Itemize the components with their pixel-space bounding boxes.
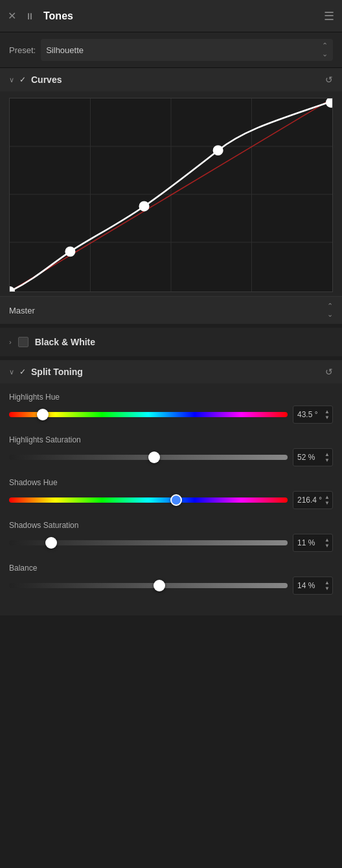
highlights-sat-thumb[interactable] <box>148 451 160 463</box>
close-icon[interactable]: ✕ <box>8 10 16 22</box>
split-toning-expand-icon[interactable]: ∨ <box>9 368 14 376</box>
highlights-hue-track <box>9 412 288 417</box>
master-chevron: ⌃⌄ <box>327 302 333 319</box>
curve-point-4[interactable] <box>326 98 332 107</box>
highlights-hue-label: Highlights Hue <box>9 393 333 402</box>
preset-row: Preset: Silhouette ⌃⌄ <box>0 32 342 68</box>
split-toning-check-icon[interactable]: ✓ <box>19 367 26 376</box>
shadows-sat-thumb[interactable] <box>45 537 57 549</box>
balance-row: 14 % ▲▼ <box>9 577 333 595</box>
shadows-hue-track <box>9 497 288 503</box>
highlights-hue-stepper[interactable]: ▲▼ <box>325 409 330 420</box>
bw-title: Black & White <box>35 337 333 347</box>
shadows-sat-stepper[interactable]: ▲▼ <box>325 538 330 549</box>
menu-icon[interactable]: ☰ <box>324 9 334 23</box>
curve-point-0[interactable] <box>10 287 14 291</box>
shadows-sat-value[interactable]: 11 % ▲▼ <box>293 534 333 552</box>
balance-value[interactable]: 14 % ▲▼ <box>293 577 333 595</box>
preset-label: Preset: <box>9 45 36 55</box>
highlights-hue-row: 43.5 ° ▲▼ <box>9 405 333 424</box>
curve-point-3[interactable] <box>213 146 223 155</box>
highlights-sat-value[interactable]: 52 % ▲▼ <box>293 448 333 466</box>
header-left: ✕ ⏸ Tones <box>8 10 73 22</box>
balance-thumb[interactable] <box>154 580 165 591</box>
preset-value: Silhouette <box>46 45 84 55</box>
highlights-sat-group: Highlights Saturation 52 % ▲▼ <box>9 435 333 466</box>
balance-label: Balance <box>9 564 333 573</box>
bw-checkbox[interactable] <box>18 337 28 347</box>
shadows-sat-track-wrap[interactable] <box>9 536 288 549</box>
highlights-sat-label: Highlights Saturation <box>9 435 333 444</box>
preset-chevron: ⌃⌄ <box>322 41 328 58</box>
shadows-hue-value[interactable]: 216.4 ° ▲▼ <box>293 491 333 509</box>
page-title: Tones <box>43 10 73 22</box>
highlights-hue-value[interactable]: 43.5 ° ▲▼ <box>293 405 333 424</box>
shadows-sat-row: 11 % ▲▼ <box>9 534 333 552</box>
curves-section-header: ∨ ✓ Curves ↺ <box>0 68 342 91</box>
curves-check-icon[interactable]: ✓ <box>19 75 26 84</box>
balance-track <box>9 583 288 588</box>
preset-select[interactable]: Silhouette ⌃⌄ <box>41 39 333 61</box>
shadows-hue-thumb[interactable] <box>170 494 182 506</box>
shadows-hue-row: 216.4 ° ▲▼ <box>9 491 333 509</box>
bw-expand-icon[interactable]: › <box>9 338 12 346</box>
shadows-hue-track-wrap[interactable] <box>9 494 288 507</box>
split-toning-title: Split Toning <box>31 367 320 377</box>
shadows-hue-stepper[interactable]: ▲▼ <box>325 495 330 506</box>
highlights-hue-thumb[interactable] <box>37 409 49 420</box>
split-toning-header: ∨ ✓ Split Toning ↺ <box>0 360 342 383</box>
balance-group: Balance 14 % ▲▼ <box>9 564 333 595</box>
sliders-container: Highlights Hue 43.5 ° ▲▼ Highlights Satu… <box>0 383 342 615</box>
master-label: Master <box>9 306 35 315</box>
curve-point-1[interactable] <box>65 247 75 256</box>
highlights-sat-track-wrap[interactable] <box>9 451 288 464</box>
shadows-hue-group: Shadows Hue 216.4 ° ▲▼ <box>9 478 333 509</box>
curves-canvas[interactable] <box>9 98 333 292</box>
split-toning-section: ∨ ✓ Split Toning ↺ Highlights Hue 43.5 °… <box>0 360 342 615</box>
balance-track-wrap[interactable] <box>9 579 288 592</box>
curve-point-2[interactable] <box>139 201 149 211</box>
shadows-hue-label: Shadows Hue <box>9 478 333 487</box>
split-toning-reset-icon[interactable]: ↺ <box>325 367 333 377</box>
pause-icon[interactable]: ⏸ <box>25 11 34 21</box>
shadows-sat-label: Shadows Saturation <box>9 521 333 530</box>
curves-svg <box>10 98 332 291</box>
curves-section: ∨ ✓ Curves ↺ <box>0 68 342 324</box>
highlights-hue-group: Highlights Hue 43.5 ° ▲▼ <box>9 393 333 424</box>
curves-title: Curves <box>31 74 320 85</box>
header: ✕ ⏸ Tones ☰ <box>0 0 342 32</box>
highlights-hue-track-wrap[interactable] <box>9 408 288 421</box>
shadows-sat-group: Shadows Saturation 11 % ▲▼ <box>9 521 333 552</box>
curves-expand-icon[interactable]: ∨ <box>9 76 14 84</box>
curves-reset-icon[interactable]: ↺ <box>325 74 333 85</box>
balance-stepper[interactable]: ▲▼ <box>325 580 330 591</box>
highlights-sat-row: 52 % ▲▼ <box>9 448 333 466</box>
curves-container <box>0 91 342 292</box>
highlights-sat-stepper[interactable]: ▲▼ <box>325 452 330 463</box>
master-row: Master ⌃⌄ <box>0 296 342 324</box>
black-white-section: › Black & White <box>0 328 342 356</box>
